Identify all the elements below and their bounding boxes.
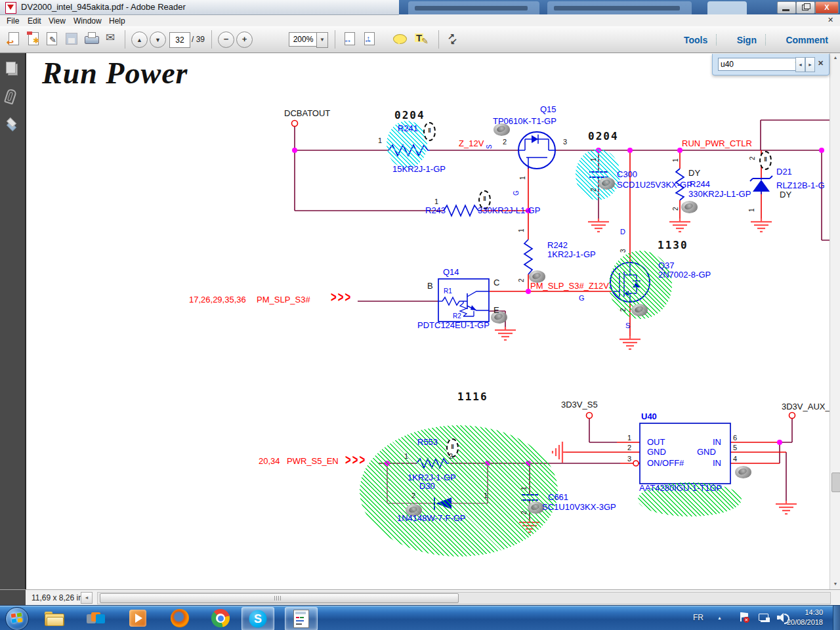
background-tab [408,1,539,14]
navigation-sidebar [0,52,26,605]
stamp-icon [494,123,510,136]
zoom-level-value[interactable]: 200% [289,32,318,47]
comment-link[interactable]: Comment [786,35,828,45]
tab-text-blur [415,6,528,10]
show-desktop-button[interactable] [833,606,840,630]
find-previous-button[interactable]: ◄ [795,57,805,72]
thumb-grip [274,596,282,600]
taskbar-chrome[interactable] [205,607,236,629]
background-browser-tabs [399,0,840,14]
stamp-icon [681,201,698,213]
save-button[interactable] [62,30,80,49]
stamp-icon [598,177,615,190]
screen: DV2000_intel_945akita.pdf - Adobe Reader… [0,0,840,630]
print-button[interactable] [83,30,100,49]
stamp-icon [529,270,545,283]
fullscreen-button[interactable]: ↗↙ [445,30,463,49]
vertical-scroll-thumb[interactable] [831,472,840,492]
taskbar-vmware[interactable] [80,607,112,629]
marker-icon: ‖ [423,122,436,141]
page-size-label: 11,69 x 8,26 in [32,593,83,602]
stamp-icon [406,504,422,516]
up-arrow-icon: ▲ [136,37,142,43]
next-page-button[interactable]: ▼ [150,32,166,48]
marker-icon: ‖ [759,151,772,170]
status-bar: 11,69 x 8,26 in ◄ [0,589,840,606]
background-tab [707,1,747,14]
fit-page-button[interactable]: ↔↕ [361,30,379,49]
tray-date: 20/08/2018 [787,618,823,627]
menu-window[interactable]: Window [71,16,104,26]
window-title: DV2000_intel_945akita.pdf - Adobe Reader [21,2,186,12]
document-app-icon [293,610,309,628]
down-arrow-icon: ▼ [155,37,161,43]
menu-bar: File Edit View Window Help [0,14,840,27]
highlight-text-button[interactable]: T✎ [412,30,430,49]
fill-sign-button[interactable]: ✎ [43,30,61,49]
horizontal-arrows-icon: ↔ [343,35,352,44]
marker-icon: ‖ [446,438,459,457]
fit-width-button[interactable]: ↔ [341,30,359,49]
marker-icon: ‖ [478,190,491,209]
folder-icon [45,612,63,625]
taskbar-media-player[interactable] [122,607,154,629]
sticky-note-button[interactable] [391,30,409,49]
zoom-out-button[interactable]: − [218,32,234,48]
horizontal-scroll-thumb[interactable] [100,593,459,603]
scroll-left-button[interactable]: ◄ [81,592,93,604]
clock[interactable]: 14:30 20/08/2018 [787,608,823,627]
vertical-scrollbar[interactable]: ▲ ▼ [830,52,840,589]
sidebar-footer [0,590,26,606]
marker-pen-icon: ✎ [421,37,429,45]
taskbar-skype[interactable]: S [242,607,274,630]
language-indicator[interactable]: FR [693,613,704,622]
taskbar-explorer[interactable] [38,607,70,629]
find-input[interactable] [718,58,797,71]
page-count-label: / 39 [192,35,205,44]
create-pdf-button[interactable]: ✱ [25,30,43,49]
tray-time: 14:30 [787,608,823,618]
action-bar: Tools Sign Comment [667,34,828,46]
tab-text-blur [554,6,680,10]
stamp-icon [491,311,507,324]
close-button[interactable]: X [815,1,839,14]
stamp-icon [735,466,751,478]
taskbar-document-app[interactable] [285,607,318,630]
restore-button[interactable] [796,1,815,14]
scroll-up-button[interactable]: ▲ [830,52,840,63]
star-icon: ✱ [33,37,39,45]
adobe-reader-icon [5,2,16,14]
zoom-dropdown-button[interactable]: ▼ [316,32,328,48]
windows-flag-icon [11,614,16,618]
menu-view[interactable]: View [46,16,68,26]
find-close-icon[interactable]: ✕ [818,59,824,68]
show-hidden-icons-arrow[interactable]: ▲ [717,616,722,620]
stamp-icon [528,501,544,514]
media-player-icon [129,610,146,627]
toolbar-close-icon[interactable]: ✕ [828,16,833,24]
zoom-in-button[interactable]: + [236,32,253,48]
menu-edit[interactable]: Edit [25,16,44,26]
open-button[interactable]: ↩ [5,30,23,49]
vmware-icon [87,610,105,626]
horizontal-scrollbar[interactable] [97,592,831,604]
page-number-input[interactable] [169,32,190,48]
scroll-down-button[interactable]: ▼ [830,579,840,589]
red-band-icon [27,32,32,35]
tools-link[interactable]: Tools [684,35,707,45]
taskbar-firefox[interactable] [164,607,196,629]
email-button[interactable]: ✉ [104,30,121,49]
firefox-icon [171,609,189,627]
find-next-button[interactable]: ► [805,57,815,72]
start-button[interactable] [5,607,29,630]
menu-file[interactable]: File [4,16,22,26]
menu-help[interactable]: Help [106,16,128,26]
pencil-icon: ✎ [49,35,56,44]
open-arrow-icon: ↩ [7,38,14,47]
minimize-button[interactable] [777,1,796,14]
minimize-icon [782,9,789,11]
chrome-icon [211,609,230,627]
sign-link[interactable]: Sign [737,35,757,45]
attachments-paperclip-icon[interactable] [6,89,15,104]
previous-page-button[interactable]: ▲ [131,32,148,48]
